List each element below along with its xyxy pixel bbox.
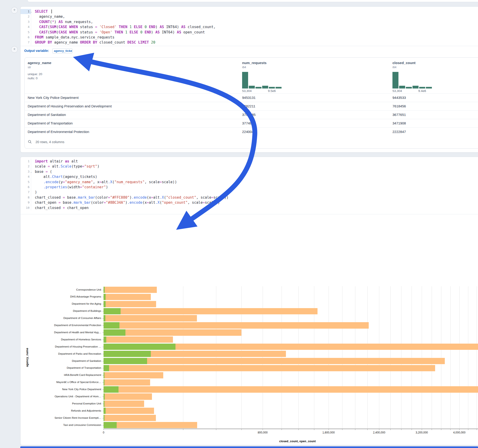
code-token: WHEN (69, 25, 78, 29)
table-header: agency_namestrunique: 20nulls: 0num_requ… (25, 58, 478, 93)
column-type: str (28, 65, 51, 69)
fold-caret-icon[interactable]: ⌄ (31, 9, 32, 14)
python-code-line[interactable]: 4 alt.Chart(agency_tickets) (20, 174, 478, 179)
python-code-line[interactable]: 2scale = alt.Scale(type="sqrt") (20, 164, 478, 169)
histogram-max-label: 9.5e6 (268, 89, 276, 93)
sql-code-line[interactable]: 2 agency_name, (20, 14, 478, 19)
table-row[interactable]: Department of Housing Preservation and D… (25, 102, 478, 111)
code-token: = (95, 25, 97, 29)
code-token: (agency_tickets) (63, 175, 97, 179)
search-icon[interactable] (28, 140, 32, 144)
add-cell-button-output[interactable]: + (11, 46, 18, 53)
sql-code-line[interactable]: 7GROUP BY agency_name ORDER BY closed_co… (20, 40, 478, 45)
code-token: THEN (119, 25, 127, 29)
column-header-num_requests: num_requestsi6453,3049.5e6 (242, 61, 282, 93)
code-token (143, 25, 145, 29)
line-number: 3⌄ (20, 169, 31, 174)
code-token: (width (67, 185, 80, 189)
sql-code-line[interactable]: 1⌄SELECT (20, 9, 478, 14)
code-token: .encode (127, 200, 142, 205)
python-code-line[interactable]: 5 .encode(y="agency_name", x=alt.X("num_… (20, 180, 478, 185)
code-token: .X (160, 195, 164, 199)
code-token: (type (71, 164, 82, 168)
sql-code-line[interactable]: 6FROM sample_data.nyc.service_requests (20, 35, 478, 40)
histogram-bar (249, 86, 255, 88)
code-token: ORDER BY (80, 40, 97, 44)
python-code-line[interactable]: 9chart_open = base.mark_bar(color="#8BC3… (20, 200, 478, 205)
code-token: (x (147, 195, 151, 199)
code-token: 'Open' (99, 30, 112, 34)
code-token (97, 30, 99, 34)
python-cell-divider (20, 214, 478, 214)
table-row[interactable]: New York City Police Department945313194… (25, 93, 478, 102)
histogram-bar (406, 87, 412, 88)
code-token: * (52, 20, 54, 24)
code-token (35, 20, 39, 24)
code-token: = (147, 200, 149, 205)
code-token (35, 25, 39, 29)
code-token: FROM (35, 35, 43, 39)
code-token (127, 25, 129, 29)
fold-caret-icon[interactable]: ⌄ (31, 169, 32, 174)
previous-cell-fragment (27, 0, 478, 2)
sql-code-editor[interactable]: 1⌄SELECT 2 agency_name,3 COUNT(*) AS num… (20, 9, 478, 45)
code-text: COUNT(*) AS num_requests, (31, 19, 93, 25)
code-token: "container" (82, 185, 106, 189)
sql-code-line[interactable]: 5 CAST(SUM(CASE WHEN status = 'Open' THE… (20, 30, 478, 35)
output-variable-badge[interactable]: agency_tickets (52, 48, 72, 53)
python-code-line[interactable]: 6 .properties(width="container") (20, 185, 478, 190)
code-token: .Chart (50, 175, 63, 179)
sql-code-line[interactable]: 4 CAST(SUM(CASE WHEN status = 'Closed' T… (20, 25, 478, 30)
code-text: .encode(y="agency_name", x=alt.X("num_re… (31, 180, 177, 185)
code-token: ) (54, 20, 59, 24)
code-token: .mark_bar (71, 200, 91, 205)
code-token: 1 (125, 30, 127, 34)
table-cell: 3774892 (242, 121, 256, 125)
code-token (35, 180, 43, 184)
line-number: 9 (20, 200, 31, 205)
code-token: = (99, 180, 101, 184)
line-number: 6 (20, 185, 31, 190)
code-token: base (65, 195, 76, 199)
code-token: scale (35, 164, 48, 168)
code-token: import (35, 159, 48, 163)
code-token: 1 (130, 25, 132, 29)
python-code-line[interactable]: 1import altair as alt (20, 159, 478, 164)
python-code-line[interactable]: 10chart_closed + chart_open (20, 205, 478, 210)
code-text: base = ( (31, 169, 52, 174)
code-token: ) (35, 190, 37, 194)
code-token: alt (35, 175, 50, 179)
code-token: ) (106, 185, 108, 189)
table-row[interactable]: Department of Environmental Protection22… (25, 127, 478, 136)
python-code-editor[interactable]: 1import altair as alt2scale = alt.Scale(… (20, 159, 478, 210)
python-code-line[interactable]: 7) (20, 190, 478, 195)
code-token (138, 30, 140, 34)
line-number: 3 (20, 19, 31, 25)
table-row[interactable]: Department of Transportation377489234719… (25, 119, 478, 128)
code-token: , scale (188, 200, 203, 205)
code-token (149, 40, 151, 44)
column-type: i64 (392, 65, 432, 69)
table-cell: 7618456 (392, 104, 406, 108)
code-token: .X (155, 200, 160, 205)
code-token: .X (108, 180, 112, 184)
next-cell-selection-strip[interactable] (20, 446, 478, 448)
code-token: , x (93, 180, 99, 184)
line-number: 1 (20, 159, 31, 164)
python-code-line[interactable]: 8chart_closed = base.mark_bar(color="#FF… (20, 195, 478, 200)
code-token: scale)) (205, 200, 220, 205)
sql-code-line[interactable]: 3 COUNT(*) AS num_requests, (20, 19, 478, 25)
add-cell-button-top[interactable]: + (11, 7, 18, 14)
line-number: 6 (20, 35, 31, 40)
table-cell: 9443533 (392, 96, 406, 100)
line-number: 5 (20, 30, 31, 35)
code-token: ELSE (134, 25, 142, 29)
code-text: chart_closed + chart_open (31, 205, 88, 210)
code-token: as (65, 159, 69, 163)
column-header-closed_count: closed_counti6453,3049.4e6 (392, 61, 432, 93)
histogram-range-labels: 53,3049.5e6 (242, 89, 281, 93)
python-code-line[interactable]: 3⌄base = ( (20, 169, 478, 174)
code-token: chart_open (35, 200, 59, 205)
table-row[interactable]: Department of Sanitation37494853677651 (25, 110, 478, 119)
column-name: closed_count (392, 61, 432, 65)
